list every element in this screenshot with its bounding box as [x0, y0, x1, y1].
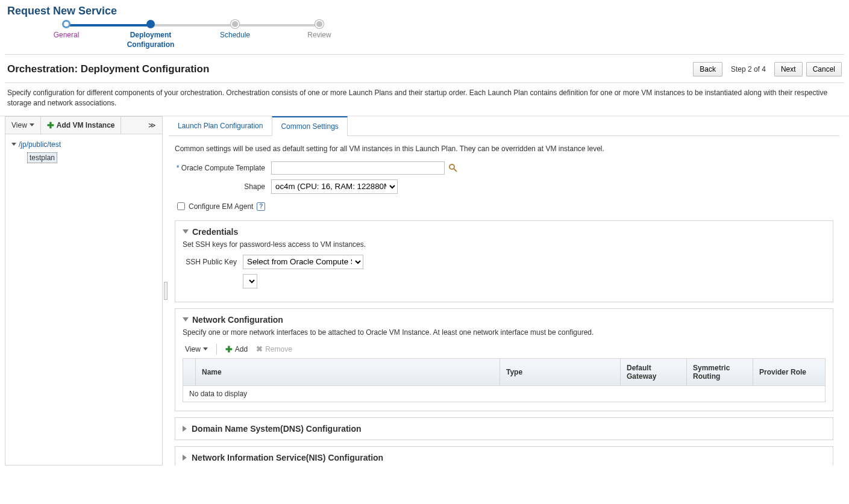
tree-leaf-testplan[interactable]: testplan — [27, 152, 57, 163]
step-dot-icon — [315, 20, 324, 28]
tabs: Launch Plan Configuration Common Setting… — [169, 116, 839, 136]
network-add-button[interactable]: ✚ Add — [225, 344, 248, 354]
cancel-button[interactable]: Cancel — [806, 62, 842, 76]
shape-select[interactable]: oc4m (CPU: 16, RAM: 122880MB) — [271, 179, 398, 194]
expand-icon — [11, 143, 16, 146]
col-select — [183, 358, 196, 385]
oracle-compute-template-input[interactable] — [271, 161, 445, 175]
plus-icon: ✚ — [47, 120, 54, 130]
title-actions: Back Step 2 of 4 Next Cancel — [693, 62, 842, 76]
required-icon: * — [177, 164, 180, 172]
panel-dns[interactable]: Domain Name System(DNS) Configuration — [175, 417, 833, 440]
view-menu[interactable]: View — [5, 117, 40, 133]
row-configure-em: Configure EM Agent ? — [175, 199, 833, 214]
page-header: Request New Service — [0, 0, 849, 20]
lookup-icon[interactable] — [448, 163, 458, 173]
remove-icon: ✖ — [256, 344, 263, 353]
ssh-secondary-select[interactable] — [243, 274, 257, 288]
tab-common-settings[interactable]: Common Settings — [272, 116, 347, 136]
row-template: * Oracle Compute Template — [175, 161, 833, 175]
col-routing[interactable]: Symmetric Routing — [687, 358, 753, 385]
wizard-step-general[interactable]: General — [24, 20, 108, 40]
step-dot-icon — [231, 20, 239, 28]
step-label: DeploymentConfiguration — [127, 31, 175, 49]
title-bar: Orchestration: Deployment Configuration … — [0, 55, 849, 82]
common-desc: Common settings will be used as default … — [175, 145, 833, 153]
chevron-down-icon — [203, 347, 208, 350]
col-provider[interactable]: Provider Role — [753, 358, 826, 385]
intro-text: Specify configuration for different comp… — [0, 83, 849, 116]
chevron-double-right-icon: ≫ — [148, 121, 156, 129]
network-table: Name Type Default Gateway Symmetric Rout… — [183, 358, 826, 402]
expand-button[interactable]: ≫ — [142, 117, 162, 133]
section-title: Orchestration: Deployment Configuration — [7, 63, 209, 75]
collapse-icon[interactable] — [183, 317, 189, 322]
svg-line-1 — [454, 169, 457, 172]
configure-em-checkbox[interactable] — [177, 202, 185, 210]
table-empty-row: No data to display — [183, 385, 826, 402]
collapse-icon[interactable] — [183, 229, 189, 234]
tree: /jp/public/test testplan — [5, 134, 162, 168]
plus-icon: ✚ — [225, 344, 233, 354]
network-remove-button: ✖ Remove — [256, 344, 292, 353]
page-title: Request New Service — [7, 5, 842, 17]
wizard-step-deployment[interactable]: DeploymentConfiguration — [108, 20, 193, 49]
expand-icon — [183, 455, 187, 461]
sidebar-toolbar: View ✚ Add VM Instance ≫ — [5, 117, 162, 134]
table-header-row: Name Type Default Gateway Symmetric Rout… — [183, 358, 826, 385]
panel-nis[interactable]: Network Information Service(NIS) Configu… — [175, 446, 833, 465]
network-toolbar: View ✚ Add ✖ Remove — [183, 340, 826, 358]
step-dot-active-icon — [146, 20, 155, 28]
help-icon[interactable]: ? — [257, 202, 265, 211]
add-vm-instance-button[interactable]: ✚ Add VM Instance — [40, 117, 122, 134]
sidebar: View ✚ Add VM Instance ≫ /jp/public/test… — [5, 116, 163, 465]
next-button[interactable]: Next — [774, 62, 803, 76]
col-gateway[interactable]: Default Gateway — [621, 358, 687, 385]
step-dot-done-icon — [62, 20, 70, 28]
step-indicator: Step 2 of 4 — [726, 63, 771, 76]
wizard-step-review[interactable]: Review — [277, 20, 362, 40]
splitter-handle[interactable] — [163, 116, 169, 465]
back-button[interactable]: Back — [693, 62, 722, 76]
col-type[interactable]: Type — [500, 358, 621, 385]
main-content: Launch Plan Configuration Common Setting… — [169, 116, 849, 465]
col-name[interactable]: Name — [196, 358, 500, 385]
credentials-desc: Set SSH keys for password-less access to… — [183, 240, 826, 249]
panel-credentials: Credentials Set SSH keys for password-le… — [175, 220, 833, 302]
network-desc: Specify one or more network interfaces t… — [183, 328, 826, 337]
network-view-menu[interactable]: View — [185, 345, 208, 353]
wizard-steps: General DeploymentConfiguration Schedule… — [0, 20, 849, 54]
ssh-public-key-select[interactable]: Select from Oracle Compute Site — [243, 255, 363, 269]
tab-launch-plan[interactable]: Launch Plan Configuration — [169, 116, 272, 136]
panel-network: Network Configuration Specify one or mor… — [175, 308, 833, 411]
chevron-down-icon — [30, 123, 34, 126]
row-shape: Shape oc4m (CPU: 16, RAM: 122880MB) — [175, 179, 833, 194]
svg-point-0 — [450, 164, 454, 169]
expand-icon — [183, 426, 187, 432]
wizard-step-schedule[interactable]: Schedule — [193, 20, 277, 40]
tree-root[interactable]: /jp/public/test — [11, 139, 156, 150]
